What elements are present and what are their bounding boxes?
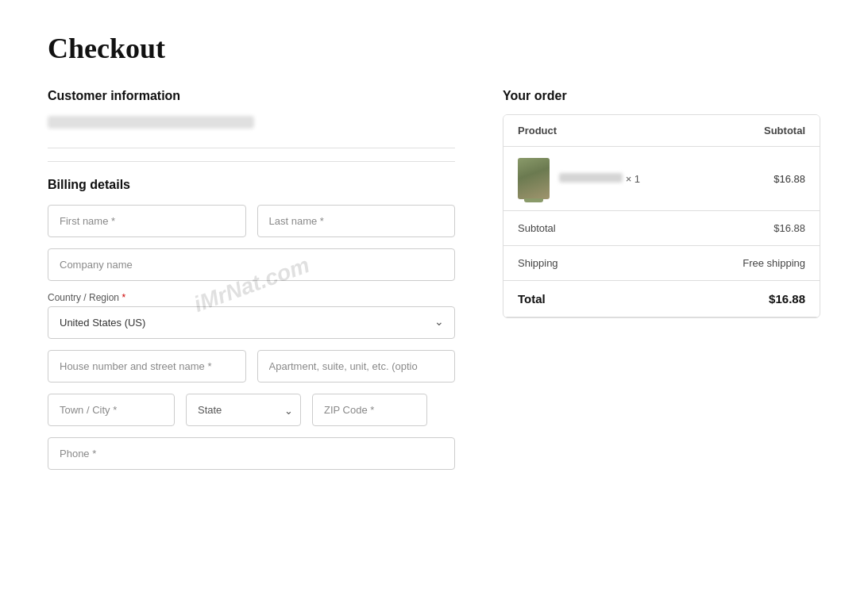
customer-info-blurred (48, 116, 254, 129)
apartment-field (257, 350, 456, 383)
page-title: Checkout (48, 32, 820, 65)
product-quantity: × 1 (626, 173, 640, 185)
city-input[interactable] (48, 394, 175, 426)
street-input[interactable] (48, 350, 246, 383)
first-name-input[interactable] (48, 205, 246, 237)
order-table-header: Product Subtotal (503, 115, 820, 147)
company-row (48, 248, 455, 281)
phone-input[interactable] (48, 437, 455, 470)
street-field (48, 350, 246, 383)
first-name-field (48, 205, 246, 237)
last-name-input[interactable] (257, 205, 456, 237)
product-thumbnail (518, 158, 550, 199)
table-row: Total $16.88 (503, 281, 820, 317)
city-field (48, 394, 175, 426)
zip-input[interactable] (312, 394, 427, 426)
table-row: × 1 $16.88 (503, 147, 820, 211)
total-label-cell: Total (503, 281, 700, 317)
country-required-star: * (119, 292, 125, 303)
divider (48, 148, 455, 148)
billing-details-heading: Billing details (48, 161, 455, 192)
subtotal-label-cell: Subtotal (503, 211, 700, 246)
phone-field (48, 437, 455, 470)
order-box: Product Subtotal (503, 114, 820, 318)
address-row (48, 350, 455, 383)
product-name-blurred (559, 173, 623, 183)
country-label: Country / Region * (48, 292, 455, 303)
col-subtotal-header: Subtotal (700, 115, 820, 147)
country-select[interactable]: United States (US) (48, 306, 455, 339)
last-name-field (257, 205, 456, 237)
zip-field (312, 394, 427, 426)
company-field (48, 248, 455, 281)
table-row: Subtotal $16.88 (503, 211, 820, 246)
product-price-cell: $16.88 (700, 147, 820, 211)
city-state-zip-row: State ⌄ (48, 394, 455, 426)
product-info: × 1 (518, 158, 686, 199)
country-field: Country / Region * United States (US) ⌄ (48, 292, 455, 339)
total-value-cell: $16.88 (700, 281, 820, 317)
table-row: Shipping Free shipping (503, 246, 820, 281)
name-row (48, 205, 455, 237)
subtotal-value-cell: $16.88 (700, 211, 820, 246)
company-input[interactable] (48, 248, 455, 281)
phone-row (48, 437, 455, 470)
order-table: Product Subtotal (503, 115, 820, 317)
shipping-value-cell: Free shipping (700, 246, 820, 281)
apartment-input[interactable] (257, 350, 456, 383)
state-select[interactable]: State (186, 394, 301, 426)
product-cell: × 1 (503, 147, 700, 211)
customer-information-heading: Customer information (48, 89, 455, 103)
shipping-label-cell: Shipping (503, 246, 700, 281)
state-field: State ⌄ (186, 394, 301, 426)
col-product-header: Product (503, 115, 700, 147)
order-summary-panel: Your order Product Subtotal (503, 89, 820, 318)
order-summary-title: Your order (503, 89, 820, 103)
